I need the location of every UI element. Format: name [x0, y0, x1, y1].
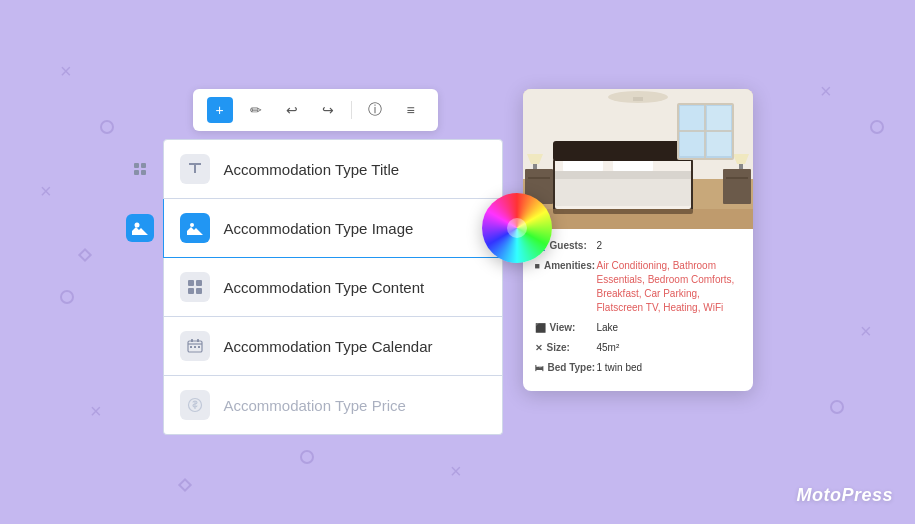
svg-rect-45 — [523, 209, 753, 229]
block-label-title: Accommodation Type Title — [224, 161, 400, 178]
svg-rect-30 — [528, 177, 550, 179]
svg-rect-15 — [198, 346, 200, 348]
card-details: 👤 Guests: 2 ■ Amenities: Air Conditionin… — [523, 229, 753, 391]
svg-rect-7 — [196, 280, 202, 286]
detail-value-view: Lake — [597, 321, 741, 335]
block-label-content: Accommodation Type Content — [224, 279, 425, 296]
edit-button[interactable]: ✏ — [243, 97, 269, 123]
color-wheel-inner — [507, 218, 527, 238]
size-icon: ✕ — [535, 342, 543, 355]
add-block-button[interactable]: + — [207, 97, 233, 123]
detail-row-guests: 👤 Guests: 2 — [535, 239, 741, 253]
info-button[interactable]: ⓘ — [362, 97, 388, 123]
block-list: Accommodation Type Title Accommodation T… — [163, 139, 503, 435]
svg-rect-28 — [555, 171, 691, 179]
block-item-price[interactable]: Accommodation Type Price — [163, 376, 503, 435]
detail-label-bedtype: 🛏 Bed Type: — [535, 361, 597, 375]
decor-circle-2 — [60, 290, 74, 304]
toolbar: + ✏ ↩ ↪ ⓘ ≡ — [193, 89, 438, 131]
motopress-logo: MotoPress — [796, 485, 893, 506]
block-item-content[interactable]: Accommodation Type Content — [163, 258, 503, 317]
bedroom-svg — [523, 89, 753, 229]
decor-x-3: × — [90, 400, 102, 423]
svg-rect-2 — [134, 170, 139, 175]
detail-value-bedtype: 1 twin bed — [597, 361, 741, 375]
block-item-image[interactable]: Accommodation Type Image — [163, 199, 503, 258]
block-item-title[interactable]: Accommodation Type Title — [163, 139, 503, 199]
svg-rect-6 — [188, 280, 194, 286]
svg-rect-8 — [188, 288, 194, 294]
svg-rect-9 — [196, 288, 202, 294]
detail-label-amenities: ■ Amenities: — [535, 259, 597, 273]
svg-rect-42 — [680, 132, 704, 156]
block-icon-calendar — [180, 331, 210, 361]
decor-x-6: × — [860, 320, 872, 343]
bed-icon: 🛏 — [535, 362, 544, 375]
svg-rect-41 — [680, 106, 704, 130]
block-label-image: Accommodation Type Image — [224, 220, 414, 237]
decor-circle-1 — [100, 120, 114, 134]
svg-point-4 — [134, 223, 139, 228]
svg-rect-11 — [191, 339, 193, 342]
svg-rect-21 — [633, 97, 643, 101]
decor-x-4: × — [450, 460, 462, 483]
color-wheel — [482, 193, 552, 263]
detail-value-amenities: Air Conditioning, Bathroom Essentials, B… — [597, 259, 741, 315]
svg-rect-43 — [707, 106, 731, 130]
svg-rect-0 — [134, 163, 139, 168]
svg-rect-33 — [723, 169, 751, 204]
svg-rect-34 — [726, 177, 748, 179]
detail-value-guests: 2 — [597, 239, 741, 253]
preview-card: 👤 Guests: 2 ■ Amenities: Air Conditionin… — [523, 89, 753, 391]
decor-x-1: × — [60, 60, 72, 83]
decor-circle-3 — [300, 450, 314, 464]
undo-button[interactable]: ↩ — [279, 97, 305, 123]
block-item-calendar[interactable]: Accommodation Type Calendar — [163, 317, 503, 376]
svg-rect-26 — [553, 141, 693, 161]
editor-panel: + ✏ ↩ ↪ ⓘ ≡ Accommodation Type Title — [163, 89, 503, 435]
block-label-price: Accommodation Type Price — [224, 397, 406, 414]
svg-rect-44 — [707, 132, 731, 156]
decor-x-5: × — [820, 80, 832, 103]
svg-rect-14 — [194, 346, 196, 348]
svg-point-5 — [190, 223, 194, 227]
svg-rect-1 — [141, 163, 146, 168]
detail-row-amenities: ■ Amenities: Air Conditioning, Bathroom … — [535, 259, 741, 315]
block-handle-calendar — [126, 332, 154, 360]
decor-circle-4 — [870, 120, 884, 134]
block-icon-content — [180, 272, 210, 302]
decor-diamond-2 — [178, 478, 192, 492]
main-container: + ✏ ↩ ↪ ⓘ ≡ Accommodation Type Title — [163, 89, 753, 435]
block-icon-title — [180, 154, 210, 184]
detail-label-size: ✕ Size: — [535, 341, 597, 355]
svg-rect-12 — [197, 339, 199, 342]
detail-row-view: ⬛ View: Lake — [535, 321, 741, 335]
block-handle-title — [126, 155, 154, 183]
amenities-icon: ■ — [535, 260, 540, 273]
card-image — [523, 89, 753, 229]
svg-rect-13 — [190, 346, 192, 348]
block-handle-price — [126, 391, 154, 419]
decor-diamond-1 — [78, 248, 92, 262]
svg-rect-3 — [141, 170, 146, 175]
redo-button[interactable]: ↪ — [315, 97, 341, 123]
detail-row-bedtype: 🛏 Bed Type: 1 twin bed — [535, 361, 741, 375]
block-icon-image — [180, 213, 210, 243]
detail-value-size: 45m² — [597, 341, 741, 355]
detail-label-view: ⬛ View: — [535, 321, 597, 335]
menu-button[interactable]: ≡ — [398, 97, 424, 123]
block-label-calendar: Accommodation Type Calendar — [224, 338, 433, 355]
decor-circle-5 — [830, 400, 844, 414]
view-icon: ⬛ — [535, 322, 546, 335]
detail-row-size: ✕ Size: 45m² — [535, 341, 741, 355]
toolbar-divider — [351, 101, 352, 119]
decor-x-2: × — [40, 180, 52, 203]
block-handle-image — [126, 214, 154, 242]
block-handle-content — [126, 273, 154, 301]
block-icon-price — [180, 390, 210, 420]
